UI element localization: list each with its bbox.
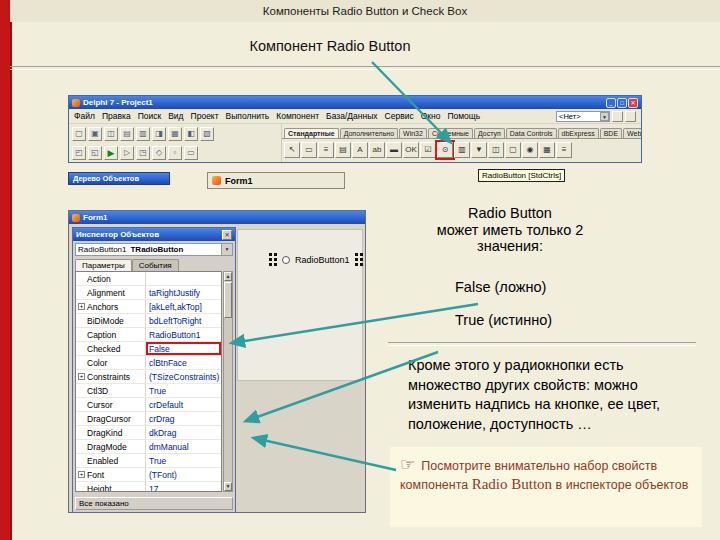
property-row[interactable]: +Font (TFont) <box>76 468 221 482</box>
component-icon[interactable]: ▤ <box>335 142 351 158</box>
toolbar-icon[interactable]: ◫ <box>104 127 118 141</box>
menu-item[interactable]: Выполнить <box>226 111 270 121</box>
toolbar-icon[interactable]: ▥ <box>136 127 150 141</box>
expand-icon[interactable]: + <box>78 471 85 478</box>
property-value-cell[interactable]: dkDrag <box>146 426 221 439</box>
expand-icon[interactable]: + <box>78 303 85 310</box>
palette-tab[interactable]: BDE <box>600 128 622 138</box>
desktop-layout-combo[interactable]: <Нет> ▼ <box>556 111 610 122</box>
property-row[interactable]: +Color clBtnFace <box>76 356 221 370</box>
component-icon[interactable]: ▭ <box>301 142 317 158</box>
scroll-down-icon[interactable]: ▼ <box>224 482 232 491</box>
property-row[interactable]: +Enabled True <box>76 454 221 468</box>
component-icon[interactable]: ⊙ <box>437 142 453 158</box>
scroll-thumb[interactable] <box>224 282 232 318</box>
inspector-titlebar[interactable]: Инспектор Объектов ✕ <box>73 228 235 241</box>
property-value-cell[interactable]: 17 <box>146 482 221 492</box>
save-desktop-icon[interactable] <box>612 111 623 122</box>
component-icon[interactable]: ▦ <box>539 142 555 158</box>
property-value-cell[interactable]: bdLeftToRight <box>146 314 221 327</box>
property-row[interactable]: +Anchors [akLeft,akTop] <box>76 300 221 314</box>
selection-handles-right[interactable] <box>355 253 363 266</box>
menu-item[interactable]: Сервис <box>385 111 414 121</box>
minimize-icon[interactable]: _ <box>606 98 616 108</box>
property-row[interactable]: +Caption RadioButton1 <box>76 328 221 342</box>
component-icon[interactable]: ▢ <box>505 142 521 158</box>
palette-tab[interactable]: Доступ <box>474 128 505 138</box>
property-row[interactable]: +Height 17 <box>76 482 221 492</box>
property-row[interactable]: +Ctl3D True <box>76 384 221 398</box>
close-icon[interactable]: ✕ <box>222 230 232 240</box>
tab-events[interactable]: События <box>132 259 179 271</box>
property-value-cell[interactable]: dmManual <box>146 440 221 453</box>
palette-tab[interactable]: Дополнительно <box>340 128 398 138</box>
component-icon[interactable]: ◫ <box>488 142 504 158</box>
component-icon[interactable]: ≡ <box>318 142 334 158</box>
menu-item[interactable]: Помощь <box>447 111 480 121</box>
property-value-cell[interactable]: taRightJustify <box>146 286 221 299</box>
toolbar-icon[interactable]: ▦ <box>168 127 182 141</box>
property-value-cell[interactable] <box>146 272 221 285</box>
component-icon[interactable]: ▥ <box>454 142 470 158</box>
palette-tab[interactable]: WebServices <box>623 128 641 138</box>
object-tree-titlebar[interactable]: Дерево Объектов <box>68 172 170 185</box>
object-selector-combo[interactable]: RadioButton1 TRadioButton ▼ <box>75 243 233 256</box>
property-value-cell[interactable]: RadioButton1 <box>146 328 221 341</box>
property-value-cell[interactable]: crDrag <box>146 412 221 425</box>
property-row[interactable]: +BiDiMode bdLeftToRight <box>76 314 221 328</box>
menu-item[interactable]: Поиск <box>138 111 162 121</box>
property-row[interactable]: +Constraints (TSizeConstraints) <box>76 370 221 384</box>
selected-radiobutton[interactable]: RadioButton1 <box>269 253 363 266</box>
form-window-strip[interactable]: Form1 <box>207 172 345 189</box>
ide-titlebar[interactable]: Delphi 7 - Project1 _ □ ✕ <box>69 96 641 109</box>
scroll-up-icon[interactable]: ▲ <box>224 272 232 281</box>
property-value-cell[interactable]: True <box>146 384 221 397</box>
toolbar-icon[interactable]: ◧ <box>184 127 198 141</box>
property-value-cell[interactable]: (TSizeConstraints) <box>146 370 221 383</box>
property-row[interactable]: +Cursor crDefault <box>76 398 221 412</box>
maximize-icon[interactable]: □ <box>617 98 627 108</box>
toolbar-icon[interactable]: ▣ <box>88 127 102 141</box>
toolbar-icon[interactable]: ◱ <box>88 146 102 160</box>
toolbar-icon[interactable]: ◳ <box>136 146 150 160</box>
property-row[interactable]: +DragKind dkDrag <box>76 426 221 440</box>
menu-item[interactable]: База/Данных <box>326 111 377 121</box>
component-icon[interactable]: ▬ <box>386 142 402 158</box>
palette-tab[interactable]: Системные <box>428 128 473 138</box>
expand-icon[interactable]: + <box>78 373 85 380</box>
toolbar-icon[interactable]: ◇ <box>152 146 166 160</box>
property-row[interactable]: +DragMode dmManual <box>76 440 221 454</box>
property-row[interactable]: +DragCursor crDrag <box>76 412 221 426</box>
toolbar-icon[interactable]: ◰ <box>72 146 86 160</box>
component-icon[interactable]: ↖ <box>284 142 300 158</box>
menu-item[interactable]: Проект <box>191 111 219 121</box>
component-icon[interactable]: OK <box>403 142 419 158</box>
toolbar-icon[interactable]: ▶ <box>104 146 118 160</box>
tab-properties[interactable]: Параметры <box>75 259 132 271</box>
component-icon[interactable]: ☑ <box>420 142 436 158</box>
debug-desktop-icon[interactable] <box>625 111 636 122</box>
selection-handles-left[interactable] <box>269 253 277 266</box>
property-value-cell[interactable]: clBtnFace <box>146 356 221 369</box>
toolbar-icon[interactable]: ▭ <box>184 146 198 160</box>
menu-item[interactable]: Окно <box>421 111 441 121</box>
menu-item[interactable]: Вид <box>168 111 183 121</box>
toolbar-icon[interactable]: ▷ <box>120 146 134 160</box>
toolbar-icon[interactable]: ▢ <box>72 127 86 141</box>
toolbar-icon[interactable]: ▫ <box>168 146 182 160</box>
property-value-cell[interactable]: False <box>146 342 221 355</box>
menu-item[interactable]: Компонент <box>276 111 319 121</box>
menu-item[interactable]: Правка <box>102 111 131 121</box>
component-icon[interactable]: ▼ <box>471 142 487 158</box>
property-row[interactable]: +Alignment taRightJustify <box>76 286 221 300</box>
component-icon[interactable]: ab <box>369 142 385 158</box>
palette-tab[interactable]: Стандартные <box>284 128 339 138</box>
toolbar-icon[interactable]: ◨ <box>152 127 166 141</box>
component-icon[interactable]: A <box>352 142 368 158</box>
palette-tab[interactable]: Data Controls <box>506 128 557 138</box>
property-value-cell[interactable]: crDefault <box>146 398 221 411</box>
form-titlebar[interactable]: Form1 <box>69 211 365 224</box>
property-value-cell[interactable]: [akLeft,akTop] <box>146 300 221 313</box>
component-icon[interactable]: ◉ <box>522 142 538 158</box>
property-value-cell[interactable]: True <box>146 454 221 467</box>
